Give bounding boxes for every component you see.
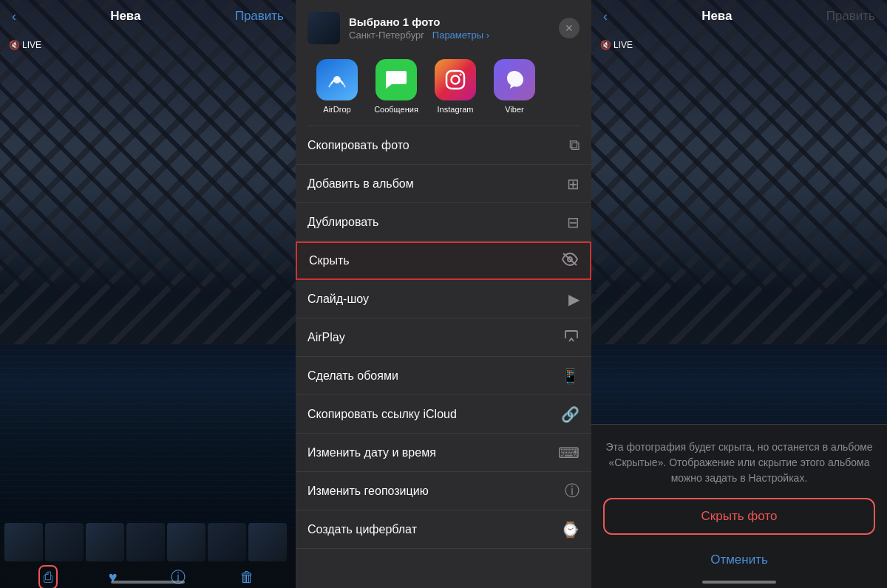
airplay-label: AirPlay — [307, 331, 345, 344]
add-album-label: Добавить в альбом — [307, 177, 414, 191]
thumb-6 — [208, 523, 246, 561]
thumb-1 — [4, 523, 43, 561]
back-button-right[interactable]: ‹ — [603, 9, 608, 24]
back-button-left[interactable]: ‹ — [12, 9, 16, 24]
favorite-button[interactable]: ♥ — [106, 566, 120, 589]
menu-items-list: Скопировать фото ⧉ Добавить в альбом ⊞ Д… — [296, 126, 591, 588]
sheet-thumbnail — [307, 12, 340, 44]
instagram-app-icon[interactable]: Instagram — [426, 59, 485, 114]
delete-button[interactable]: 🗑 — [237, 566, 257, 589]
viber-app-icon[interactable]: Viber — [485, 59, 544, 114]
nav-title-left: Нева — [110, 9, 140, 24]
menu-change-date[interactable]: Изменить дату и время ⌨ — [296, 434, 591, 472]
icloud-link-label: Скопировать ссылку iCloud — [307, 408, 457, 421]
icloud-link-icon: 🔗 — [561, 406, 580, 423]
instagram-icon — [435, 59, 476, 100]
svg-point-3 — [460, 74, 462, 76]
add-album-icon: ⊞ — [567, 175, 580, 193]
nav-bar-right: ‹ Нева Править — [591, 0, 887, 33]
left-panel: ‹ Нева Править 🔇 LIVE ⎙ ♥ ⓘ 🗑 — [0, 0, 296, 588]
thumbnail-bar — [0, 518, 296, 566]
sheet-subtitle: Санкт-Петербург Параметры › — [349, 30, 559, 41]
messages-app-icon[interactable]: Сообщения — [367, 59, 426, 114]
cancel-button[interactable]: Отменить — [603, 544, 875, 576]
thumb-7 — [248, 523, 287, 561]
change-date-label: Изменить дату и время — [307, 446, 436, 459]
no-sound-icon-right: 🔇 — [600, 40, 611, 50]
hide-photo-button[interactable]: Скрыть фото — [603, 498, 875, 535]
action-bar-left: ⎙ ♥ ⓘ 🗑 — [0, 566, 296, 588]
thumb-3 — [86, 523, 124, 561]
menu-icloud-link[interactable]: Скопировать ссылку iCloud 🔗 — [296, 395, 591, 434]
confirm-text: Эта фотография будет скрыта, но останетс… — [603, 440, 875, 486]
viber-icon — [494, 59, 535, 100]
info-button[interactable]: ⓘ — [168, 564, 188, 589]
duplicate-icon: ⊟ — [567, 213, 580, 231]
sheet-close-button[interactable]: ✕ — [559, 18, 580, 38]
slideshow-icon: ▶ — [568, 290, 580, 308]
svg-point-2 — [452, 76, 460, 84]
nav-bar-left: ‹ Нева Править — [0, 0, 296, 33]
menu-change-location[interactable]: Изменить геопозицию ⓘ — [296, 472, 591, 510]
sheet-title-block: Выбрано 1 фото Санкт-Петербург Параметры… — [349, 16, 559, 41]
sheet-params[interactable]: Параметры › — [432, 30, 489, 41]
svg-rect-1 — [446, 71, 464, 89]
airdrop-app-icon[interactable]: AirDrop — [307, 59, 367, 114]
edit-button-left[interactable]: Править — [235, 9, 284, 24]
duplicate-label: Дублировать — [307, 216, 378, 229]
share-sheet-panel: Выбрано 1 фото Санкт-Петербург Параметры… — [296, 0, 591, 588]
copy-photo-label: Скопировать фото — [307, 139, 409, 152]
watch-face-label: Создать циферблат — [307, 523, 417, 536]
share-sheet: Выбрано 1 фото Санкт-Петербург Параметры… — [296, 0, 591, 588]
menu-airplay[interactable]: AirPlay — [296, 318, 591, 357]
instagram-label: Instagram — [438, 105, 474, 114]
sheet-location: Санкт-Петербург — [349, 30, 424, 41]
live-badge-right: 🔇 LIVE — [600, 40, 633, 50]
confirm-overlay: Эта фотография будет скрыта, но останетс… — [591, 424, 887, 588]
menu-duplicate[interactable]: Дублировать ⊟ — [296, 203, 591, 242]
airdrop-icon — [316, 59, 358, 100]
thumb-5 — [167, 523, 205, 561]
edit-button-right: Править — [826, 9, 875, 24]
copy-photo-icon: ⧉ — [569, 137, 580, 154]
sheet-title: Выбрано 1 фото — [349, 16, 559, 28]
airdrop-label: AirDrop — [323, 105, 350, 114]
change-location-icon: ⓘ — [565, 481, 580, 501]
right-panel: ‹ Нева Править 🔇 LIVE Эта фотография буд… — [591, 0, 887, 588]
app-icons-row: AirDrop Сообщения Instag — [296, 53, 591, 126]
home-indicator-left — [111, 581, 185, 584]
viber-label: Viber — [505, 105, 523, 114]
menu-copy-photo[interactable]: Скопировать фото ⧉ — [296, 126, 591, 165]
thumb-4 — [126, 523, 165, 561]
nav-title-right: Нева — [701, 9, 732, 24]
airplay-icon — [563, 329, 580, 346]
watch-face-icon: ⌚ — [561, 521, 580, 539]
sheet-header: Выбрано 1 фото Санкт-Петербург Параметры… — [296, 0, 591, 53]
menu-watch-face[interactable]: Создать циферблат ⌚ — [296, 510, 591, 549]
menu-wallpaper[interactable]: Сделать обоями 📱 — [296, 357, 591, 395]
change-date-icon: ⌨ — [558, 444, 580, 462]
menu-add-album[interactable]: Добавить в альбом ⊞ — [296, 165, 591, 203]
home-indicator-right — [702, 581, 776, 584]
slideshow-label: Слайд-шоу — [307, 293, 369, 306]
thumb-2 — [45, 523, 84, 561]
menu-slideshow[interactable]: Слайд-шоу ▶ — [296, 280, 591, 318]
change-location-label: Изменить геопозицию — [307, 485, 429, 498]
no-sound-icon: 🔇 — [9, 40, 20, 50]
water-left — [0, 344, 296, 529]
messages-icon — [375, 59, 417, 100]
wallpaper-icon: 📱 — [561, 367, 580, 385]
menu-hide[interactable]: Скрыть — [296, 242, 591, 280]
hide-icon — [562, 253, 578, 270]
hide-label: Скрыть — [309, 254, 350, 267]
wallpaper-label: Сделать обоями — [307, 369, 398, 383]
live-badge-left: 🔇 LIVE — [9, 40, 41, 50]
share-button[interactable]: ⎙ — [38, 565, 58, 589]
messages-label: Сообщения — [374, 105, 418, 114]
